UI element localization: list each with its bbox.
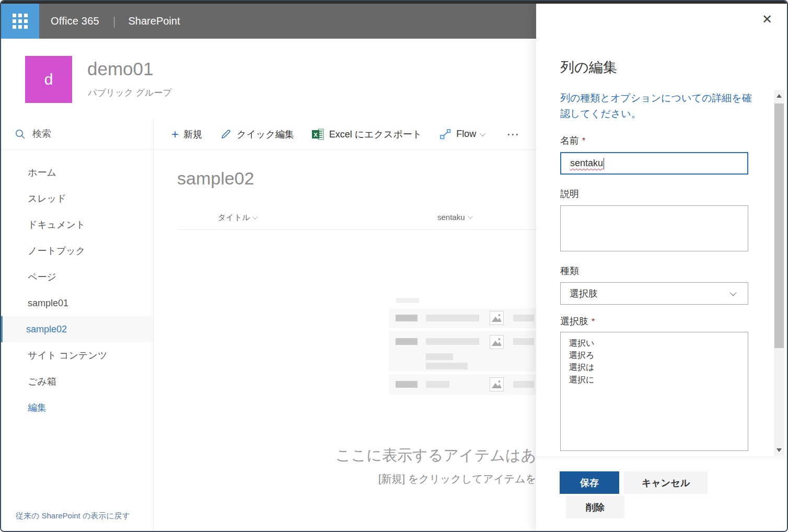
plus-icon: + [171, 128, 179, 141]
sidebar-item-edit[interactable]: 編集 [1, 395, 153, 421]
description-textarea[interactable] [560, 205, 748, 251]
waffle-icon [13, 14, 28, 29]
export-excel-button[interactable]: X Excel にエクスポート [312, 128, 422, 141]
classic-sharepoint-link[interactable]: 従来の SharePoint の表示に戻す [16, 510, 139, 522]
required-marker: * [592, 317, 595, 326]
image-placeholder-icon [490, 311, 504, 325]
name-input[interactable]: sentaku [560, 152, 748, 175]
placeholder-bar [396, 298, 419, 303]
cancel-button[interactable]: キャンセル [624, 471, 708, 494]
sidebar-item-thread[interactable]: スレッド [1, 186, 153, 212]
sidebar-item-documents[interactable]: ドキュメント [1, 212, 153, 238]
sidebar-item-sample01[interactable]: sample01 [1, 290, 153, 316]
required-marker: * [582, 136, 585, 145]
type-dropdown-value: 選択肢 [570, 287, 598, 300]
choices-textarea[interactable]: 選択い 選択ろ 選択は 選択に [560, 332, 748, 451]
export-excel-label: Excel にエクスポート [329, 128, 422, 141]
sidebar: ホーム スレッド ドキュメント ノートブック ページ sample01 samp… [1, 119, 154, 531]
scrollbar-thumb[interactable] [774, 103, 784, 348]
more-commands-button[interactable]: ⋯ [506, 127, 520, 142]
flow-button[interactable]: Flow [439, 128, 485, 140]
chevron-down-icon [480, 130, 485, 136]
description-field-label: 説明 [560, 188, 579, 200]
sidebar-item-sample02[interactable]: sample02 [1, 316, 153, 342]
panel-footer-divider [536, 457, 787, 457]
site-avatar[interactable]: d [25, 56, 72, 103]
new-button[interactable]: + 新規 [171, 128, 202, 141]
column-header-title[interactable]: タイトル [218, 213, 258, 223]
choices-label-text: 選択肢 [560, 316, 588, 327]
sharepoint-window: Office 365 | SharePoint d demo01 パブリック グ… [0, 0, 788, 532]
search-box [1, 119, 153, 150]
column-header-sentaku[interactable]: sentaku [437, 213, 473, 222]
flow-icon [439, 128, 451, 140]
pencil-icon [220, 128, 232, 140]
chevron-down-icon [730, 290, 737, 296]
name-field-label: 名前* [560, 134, 585, 147]
brand-sharepoint[interactable]: SharePoint [129, 15, 180, 27]
type-dropdown[interactable]: 選択肢 [560, 282, 748, 305]
excel-icon: X [312, 128, 325, 141]
placeholder-row [389, 331, 561, 372]
panel-scrollbar[interactable] [774, 90, 784, 456]
sidebar-item-recycle-bin[interactable]: ごみ箱 [1, 368, 153, 395]
brand-office365[interactable]: Office 365 [51, 15, 99, 27]
sidebar-nav: ホーム スレッド ドキュメント ノートブック ページ sample01 samp… [1, 159, 153, 421]
scroll-up-button[interactable] [774, 90, 784, 101]
sidebar-item-home[interactable]: ホーム [1, 159, 153, 186]
sidebar-item-site-contents[interactable]: サイト コンテンツ [1, 342, 153, 368]
column-header-sentaku-label: sentaku [437, 213, 465, 222]
delete-button[interactable]: 削除 [566, 496, 624, 518]
name-label-text: 名前 [560, 135, 579, 146]
site-title[interactable]: demo01 [87, 59, 153, 79]
sidebar-item-pages[interactable]: ページ [1, 264, 153, 290]
save-button[interactable]: 保存 [560, 471, 619, 494]
chevron-down-icon [468, 214, 473, 219]
empty-state-illustration [389, 308, 561, 398]
search-icon [15, 129, 26, 140]
placeholder-row [389, 374, 561, 395]
close-icon[interactable]: ✕ [762, 12, 772, 27]
site-subtitle: パブリック グループ [88, 87, 172, 99]
app-launcher-button[interactable] [1, 4, 39, 39]
text-cursor [604, 158, 604, 169]
image-placeholder-icon [490, 377, 504, 391]
chevron-down-icon [253, 214, 258, 219]
panel-title: 列の編集 [560, 58, 617, 77]
placeholder-row [389, 308, 561, 328]
sidebar-item-notebook[interactable]: ノートブック [1, 238, 153, 264]
name-input-value: sentaku [570, 158, 603, 169]
column-header-title-label: タイトル [218, 213, 250, 223]
flow-label: Flow [456, 129, 476, 140]
edit-column-panel: ✕ 列の編集 列の種類とオプションについての詳細を確認してください。 名前* s… [536, 4, 787, 531]
quick-edit-label: クイック編集 [237, 128, 294, 141]
list-title: sample02 [177, 168, 254, 189]
choices-field-label: 選択肢* [560, 315, 595, 328]
column-help-link[interactable]: 列の種類とオプションについての詳細を確認してください。 [560, 90, 755, 122]
topbar-divider: | [113, 15, 116, 28]
search-input[interactable] [32, 129, 137, 140]
image-placeholder-icon [490, 335, 504, 349]
new-button-label: 新規 [183, 128, 202, 141]
scroll-down-button[interactable] [774, 444, 784, 456]
quick-edit-button[interactable]: クイック編集 [220, 128, 294, 141]
type-field-label: 種類 [560, 264, 579, 277]
svg-text:X: X [314, 131, 318, 137]
